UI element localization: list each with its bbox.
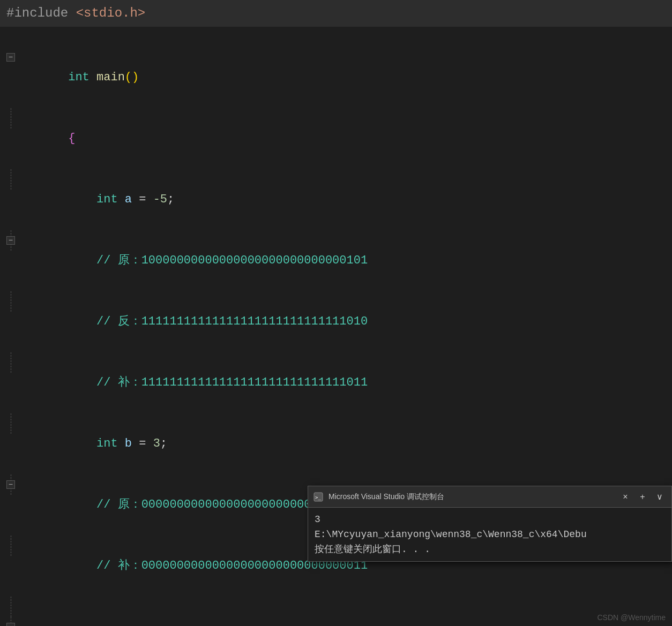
dashed-v-b	[11, 413, 11, 434]
editor-area: #include <stdio.h> − int main() { int a …	[0, 0, 672, 626]
gutter-blank2	[0, 597, 21, 617]
svg-text:>_: >_	[315, 495, 321, 500]
comment-a3: // 补：11111111111111111111111111111011	[96, 376, 368, 389]
paren-open: (	[125, 71, 132, 84]
preprocessor-hash: #include	[6, 0, 76, 27]
gutter-ca2	[0, 291, 21, 312]
gutter-ca1: −	[0, 230, 21, 251]
dashed-v-a	[11, 169, 11, 190]
terminal-add-button[interactable]: +	[635, 489, 650, 504]
fold-main[interactable]: −	[6, 53, 15, 62]
include-lib: <stdio.h>	[76, 0, 146, 27]
gutter-int-a	[0, 169, 21, 190]
gutter-cab: −	[0, 617, 21, 626]
gutter-int-b	[0, 413, 21, 434]
var-b: b	[125, 437, 132, 450]
fold-cb1[interactable]: −	[6, 480, 15, 489]
blank-line-1	[0, 27, 672, 47]
line-comment-a2: // 反：11111111111111111111111111111010	[0, 291, 672, 352]
comment-a1: // 原：10000000000000000000000000000101	[96, 254, 368, 267]
terminal-output-2: E:\MYcyuyan_xianyong\wenn38_c\Wenn38_c\x…	[315, 527, 665, 542]
terminal-close-button[interactable]: ×	[618, 489, 633, 504]
dashed-v-obrace	[11, 108, 11, 129]
terminal-title: Microsoft Visual Studio 调试控制台	[328, 492, 616, 502]
line-comment-ab: − // a & b	[0, 617, 672, 626]
terminal-output-3: 按任意键关闭此窗口. . .	[315, 542, 665, 557]
line-int-b: int b = 3;	[0, 413, 672, 474]
line-comment-a3: // 补：11111111111111111111111111111011	[0, 352, 672, 413]
terminal-icon: >_	[312, 491, 324, 503]
gutter-main: −	[0, 47, 21, 67]
gutter-ca3	[0, 352, 21, 373]
gutter-cb1: −	[0, 474, 21, 495]
dashed-v-ca2	[11, 291, 11, 312]
line-comment-a1: − // 原：10000000000000000000000000000101	[0, 230, 672, 291]
num-neg5: -5	[153, 193, 167, 206]
dashed-v-cb2	[11, 536, 11, 556]
terminal-titlebar: >_ Microsoft Visual Studio 调试控制台 × + ∨	[308, 486, 671, 508]
comment-a2: // 反：11111111111111111111111111111010	[96, 315, 368, 328]
include-line: #include <stdio.h>	[0, 0, 672, 27]
op-eq-a: =	[132, 193, 153, 206]
var-a: a	[125, 193, 132, 206]
num-3: 3	[153, 437, 160, 450]
dashed-v-ca3	[11, 352, 11, 373]
line-main: − int main()	[0, 47, 672, 108]
func-main: main	[96, 71, 125, 84]
blank-line-2	[0, 597, 672, 617]
gutter-obrace	[0, 108, 21, 129]
terminal-output-1: 3	[315, 512, 665, 527]
terminal-content: 3 E:\MYcyuyan_xianyong\wenn38_c\Wenn38_c…	[308, 508, 671, 561]
gutter-cb2	[0, 536, 21, 556]
gutter-blank1	[0, 27, 21, 47]
line-int-a: int a = -5;	[0, 169, 672, 230]
fold-cab[interactable]: −	[6, 623, 15, 626]
keyword-int-main: int	[68, 71, 96, 84]
watermark: CSDN @Wennytime	[597, 613, 666, 622]
terminal-chevron-button[interactable]: ∨	[652, 489, 667, 504]
semi-a: ;	[167, 193, 174, 206]
paren-close: )	[132, 71, 139, 84]
semi-b: ;	[160, 437, 167, 450]
dashed-v-blank2	[11, 597, 11, 617]
keyword-int-a: int	[96, 193, 125, 206]
line-obrace: {	[0, 108, 672, 169]
op-eq-b: =	[132, 437, 153, 450]
fold-ca1[interactable]: −	[6, 236, 15, 245]
open-brace: {	[68, 132, 75, 145]
keyword-int-b: int	[96, 437, 125, 450]
terminal-popup: >_ Microsoft Visual Studio 调试控制台 × + ∨ 3…	[308, 486, 672, 562]
